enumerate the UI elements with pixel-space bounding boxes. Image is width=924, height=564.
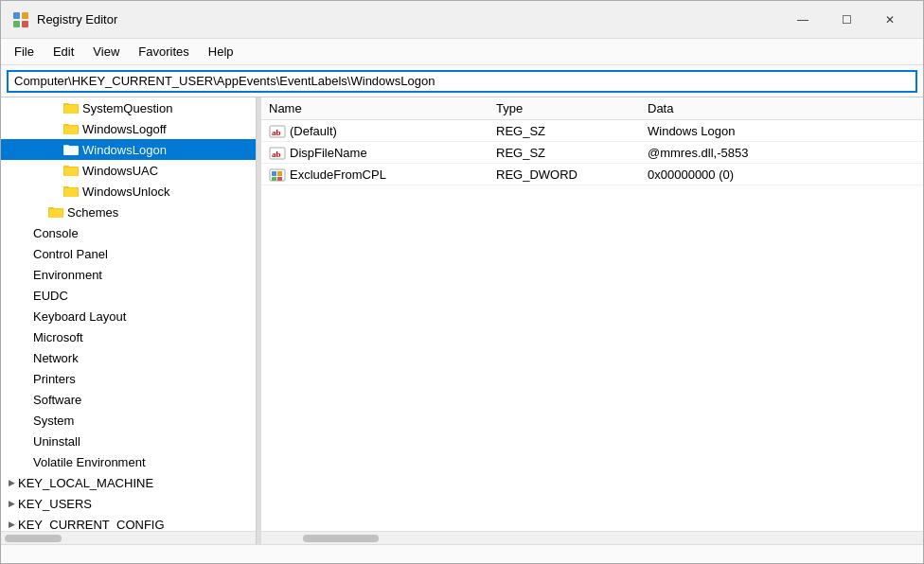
svg-rect-2 <box>13 21 20 27</box>
table-row[interactable]: ab DispFileName REG_SZ @mmres.dll,-5853 <box>261 142 923 164</box>
tree-item-windowslogoff[interactable]: WindowsLogoff <box>1 118 256 139</box>
svg-rect-29 <box>272 177 276 181</box>
col-type: Type <box>489 97 640 120</box>
svg-rect-21 <box>49 209 62 218</box>
tree-label: System <box>33 414 74 428</box>
tree-item-software[interactable]: Software <box>1 389 256 410</box>
expand-arrow <box>20 372 33 385</box>
svg-rect-30 <box>277 177 282 181</box>
panel-divider[interactable] <box>257 97 261 544</box>
tree-item-windowslogon[interactable]: WindowsLogon <box>1 139 256 160</box>
tree-item-system[interactable]: System <box>1 410 256 431</box>
tree-label: Software <box>33 393 81 407</box>
expand-arrow <box>20 414 33 427</box>
menu-file[interactable]: File <box>5 41 44 62</box>
tree-item-uninstall[interactable]: Uninstall <box>1 431 256 451</box>
maximize-button[interactable]: ☐ <box>825 5 868 35</box>
tree-item-keyboardlayout[interactable]: Keyboard Layout <box>1 306 256 326</box>
expand-arrow <box>20 330 33 344</box>
tree-item-printers[interactable]: Printers <box>1 368 256 389</box>
entry-type: REG_SZ <box>489 120 640 142</box>
expand-arrow <box>20 434 33 448</box>
menu-bar: File Edit View Favorites Help <box>1 39 923 65</box>
right-scrollbar-thumb[interactable] <box>303 535 379 542</box>
expand-arrow <box>35 205 48 219</box>
tree-item-controlpanel[interactable]: Control Panel <box>1 243 256 264</box>
menu-favorites[interactable]: Favorites <box>129 41 198 62</box>
expand-arrow <box>20 226 33 239</box>
expand-arrow: ▶ <box>5 497 18 510</box>
svg-rect-6 <box>64 105 78 114</box>
expand-arrow <box>50 143 63 156</box>
registry-entries-table: Name Type Data ab <box>261 97 923 185</box>
menu-help[interactable]: Help <box>199 41 243 62</box>
tree-item-volatileenv[interactable]: Volatile Environment <box>1 451 256 472</box>
expand-arrow <box>20 247 33 260</box>
entry-name: ab DispFileName <box>261 142 489 164</box>
entry-data: Windows Logon <box>640 120 923 142</box>
table-row[interactable]: ab (Default) REG_SZ Windows Logon <box>261 120 923 142</box>
expand-arrow <box>50 164 63 177</box>
svg-rect-1 <box>22 12 28 19</box>
tree-item-keylocalmachine[interactable]: ▶ KEY_LOCAL_MACHINE <box>1 472 256 493</box>
entry-name: ExcludeFromCPL <box>261 164 489 185</box>
svg-rect-18 <box>64 188 78 197</box>
tree-label: WindowsLogoff <box>82 122 167 136</box>
menu-edit[interactable]: Edit <box>44 41 83 62</box>
entry-name: ab (Default) <box>261 120 489 142</box>
expand-arrow <box>20 455 33 468</box>
expand-arrow: ▶ <box>5 476 18 489</box>
tree-label: WindowsLogon <box>82 143 167 157</box>
expand-arrow <box>50 101 63 115</box>
tree-item-keyusers[interactable]: ▶ KEY_USERS <box>1 493 256 514</box>
tree-item-windowsunlock[interactable]: WindowsUnlock <box>1 181 256 202</box>
tree-label: KEY_CURRENT_CONFIG <box>18 518 165 532</box>
address-input[interactable] <box>7 70 917 93</box>
tree-item-environment[interactable]: Environment <box>1 264 256 285</box>
svg-rect-9 <box>64 126 78 134</box>
close-button[interactable]: ✕ <box>868 5 912 35</box>
registry-editor-window: Registry Editor — ☐ ✕ File Edit View Fav… <box>0 0 924 564</box>
tree-label: EUDC <box>33 289 68 303</box>
table-row[interactable]: ExcludeFromCPL REG_DWORD 0x00000000 (0) <box>261 164 923 185</box>
menu-view[interactable]: View <box>83 41 129 62</box>
col-name: Name <box>261 97 489 120</box>
tree-item-network[interactable]: Network <box>1 347 256 368</box>
expand-arrow <box>20 268 33 281</box>
tree-label: Uninstall <box>33 434 80 449</box>
entry-type: REG_SZ <box>489 142 640 164</box>
tree-label: Keyboard Layout <box>33 309 126 324</box>
tree-label: Schemes <box>67 205 118 220</box>
tree-item-console[interactable]: Console <box>1 222 256 243</box>
right-panel: Name Type Data ab <box>261 97 923 544</box>
tree-item-windowsuac[interactable]: WindowsUAC <box>1 160 256 181</box>
tree-label: Volatile Environment <box>33 455 146 469</box>
svg-rect-3 <box>22 21 28 27</box>
tree-item-systemquestion[interactable]: SystemQuestion <box>1 97 256 118</box>
tree-item-schemes[interactable]: Schemes <box>1 202 256 222</box>
tree-item-microsoft[interactable]: Microsoft <box>1 326 256 347</box>
entry-type: REG_DWORD <box>489 164 640 185</box>
status-bar <box>1 544 923 563</box>
svg-text:ab: ab <box>272 150 281 159</box>
app-icon <box>12 11 29 28</box>
svg-rect-27 <box>272 171 276 176</box>
minimize-button[interactable]: — <box>781 5 825 35</box>
tree-scrollbar[interactable] <box>1 531 256 544</box>
window-controls: — ☐ ✕ <box>781 5 912 35</box>
tree-label: Control Panel <box>33 247 108 261</box>
tree-panel[interactable]: SystemQuestion WindowsLogoff <box>1 97 257 544</box>
svg-rect-12 <box>64 147 78 155</box>
expand-arrow <box>20 309 33 323</box>
svg-rect-0 <box>13 12 20 19</box>
window-title: Registry Editor <box>37 12 781 26</box>
tree-label: Microsoft <box>33 330 83 344</box>
entry-data: 0x00000000 (0) <box>640 164 923 185</box>
right-scrollbar[interactable] <box>261 531 923 544</box>
tree-label: WindowsUnlock <box>82 185 169 199</box>
tree-scrollbar-thumb[interactable] <box>5 535 62 542</box>
tree-item-eudc[interactable]: EUDC <box>1 285 256 306</box>
tree-label: KEY_LOCAL_MACHINE <box>18 476 153 490</box>
expand-arrow <box>50 185 63 198</box>
main-content: SystemQuestion WindowsLogoff <box>1 97 923 544</box>
